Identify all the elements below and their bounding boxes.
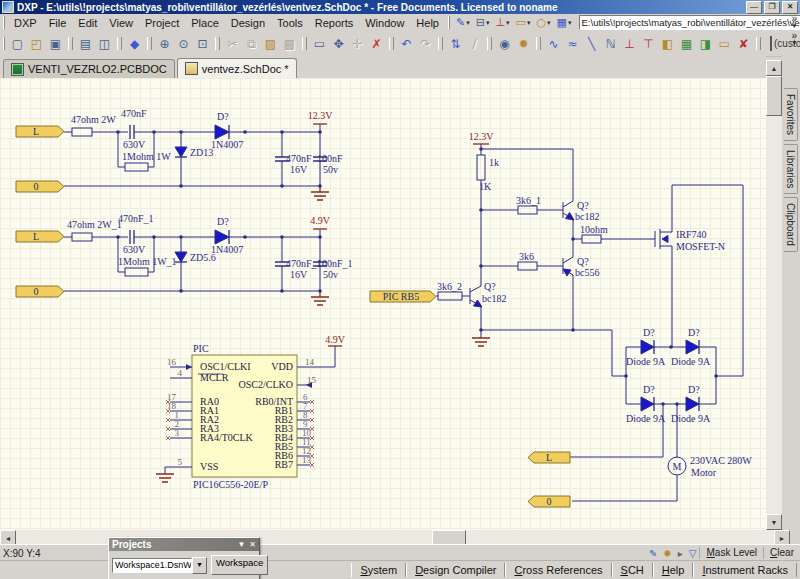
port-0-1[interactable] [16,181,64,192]
highlight-bulb-icon[interactable]: ✹ [660,548,674,559]
hierarchy-icon[interactable]: ⇅ [446,34,465,54]
resistor[interactable] [72,128,92,136]
menu-help[interactable]: Help [410,16,445,30]
move-icon[interactable]: ✥ [329,34,348,54]
menu-window[interactable]: Window [359,16,410,30]
minimize-button[interactable]: — [746,1,762,14]
mask-level-button[interactable]: Mask Level [699,547,763,559]
workspace-dropdown-icon[interactable]: ▼ [192,557,207,574]
bottom-button-sch[interactable]: SCH [612,563,653,577]
gnd-symbol[interactable] [472,338,490,346]
workspace-button[interactable]: Workspace [211,555,268,575]
resistor[interactable] [125,268,148,276]
resistor-3k6-1[interactable] [518,206,537,214]
schematic-canvas[interactable]: 47ohm 2W470nF630V1Mohm 1WZD13D?1N400712.… [0,78,766,530]
wiring-tools-dropdown[interactable]: ✎▾ [454,15,472,30]
filter-funnel-icon[interactable]: ▽ [686,548,700,559]
net-label-icon[interactable]: ℕ [601,34,620,54]
restore-button[interactable]: ❐ [764,1,780,14]
diode[interactable] [215,230,229,244]
bridge-diode[interactable] [686,340,699,354]
wire-icon[interactable]: ∿ [544,34,563,54]
annotate-pencil-icon[interactable]: ✎ [646,548,660,559]
zoom-area-icon[interactable]: ⊡ [193,34,212,54]
menu-reports[interactable]: Reports [309,16,360,30]
power-plane-tools-dropdown[interactable]: ⊟▾ [474,15,492,30]
select-area-icon[interactable]: ▭ [310,34,329,54]
menu-view[interactable]: View [103,16,139,30]
color-swatch[interactable] [770,36,772,51]
clear-button[interactable]: Clear [763,547,800,559]
panel-collapse-icon[interactable]: ▼ [237,540,245,549]
vcc-port-icon[interactable]: ⊤ [639,34,658,54]
no-erc-icon[interactable]: ✘ [734,34,753,54]
place-port-icon[interactable]: ▭ [715,34,734,54]
port-l-2[interactable] [16,231,64,242]
toolbar-grip[interactable] [756,37,761,50]
toolbar-grip[interactable] [215,37,220,50]
pin-tools-dropdown[interactable]: ▭▾ [514,15,533,30]
resistor[interactable] [72,233,92,241]
scroll-down-icon[interactable]: ▼ [766,514,782,530]
port-0-2[interactable] [16,286,64,297]
resistor-1k[interactable] [477,155,485,180]
bottom-button-design-compiler[interactable]: Design Compiler [406,563,505,577]
workspace-combo-value[interactable]: Workspace1.DsnWrk [112,558,192,573]
bottom-button-instrument-racks[interactable]: Instrument Racks [693,563,797,577]
toolbar-grip[interactable] [487,37,492,50]
side-tab-libraries[interactable]: Libraries [784,144,798,194]
bottom-button-cross-references[interactable]: Cross References [505,563,611,577]
driver-circuit[interactable] [436,144,743,376]
menu-place[interactable]: Place [185,16,225,30]
print-preview-icon[interactable]: ◫ [95,34,114,54]
resistor[interactable] [125,163,148,171]
vertical-scroll-thumb[interactable] [766,76,782,116]
toolbar-grip[interactable] [3,16,5,29]
close-button[interactable]: ✕ [782,1,798,14]
toolbar-grip[interactable] [448,16,450,29]
zoom-document-icon[interactable]: ⊙ [174,34,193,54]
new-document-icon[interactable]: ▢ [8,34,27,54]
toolbar-grip[interactable] [3,37,5,50]
toolbar-grip[interactable] [147,37,152,50]
scroll-up-icon[interactable]: ▲ [766,60,782,76]
save-icon[interactable]: ▣ [46,34,65,54]
line-icon[interactable]: ╲ [582,34,601,54]
resistor-3k6-2[interactable] [438,292,462,300]
bottom-button-help[interactable]: Help [653,563,694,577]
side-tab-clipboard[interactable]: Clipboard [784,197,798,252]
menu-tools[interactable]: Tools [271,16,309,30]
gnd-symbol[interactable] [311,291,329,305]
gnd-symbol[interactable] [311,186,329,200]
highlight-icon[interactable]: ✹ [514,34,533,54]
menu-design[interactable]: Design [225,16,271,30]
diode[interactable] [215,125,229,139]
toolbar-grip[interactable] [68,37,73,50]
gnd-port-icon[interactable]: ⊥ [620,34,639,54]
toolbar-grip[interactable] [302,37,307,50]
projects-panel[interactable]: Projects ▼ ✕ Workspace1.DsnWrk ▼ Workspa… [108,537,260,579]
clear-selection-icon[interactable]: ✗ [367,34,386,54]
zener-diode[interactable] [175,147,187,157]
bridge-diode[interactable] [641,340,654,354]
address-input[interactable]: E:\utils\!projects\matyas_robi\ventillát… [579,15,800,30]
bottom-button-system[interactable]: System [351,563,406,577]
gnd-symbol[interactable] [156,474,174,482]
port-l-1[interactable] [16,126,64,137]
menu-dxp[interactable]: DXP [8,16,43,30]
menubar-overflow-icon[interactable]: »▾ [791,15,797,29]
menu-file[interactable]: File [43,16,73,30]
bridge-diode[interactable] [641,397,654,411]
zoom-window-icon[interactable]: ⊕ [155,34,174,54]
tab-venti-vezrlo2-pcbdoc[interactable]: VENTI_VEZRLO2.PCBDOC [3,59,175,78]
resistor-10ohm[interactable] [582,235,601,243]
find-similar-icon[interactable]: ◉ [495,34,514,54]
panel-close-icon[interactable]: ✕ [249,540,256,549]
side-tab-favorites[interactable]: Favorites [784,88,798,141]
toolbar-overflow-icon[interactable]: »▾ [791,32,797,46]
undo-icon[interactable]: ↶ [397,34,416,54]
zener-diode[interactable] [175,252,187,262]
expand-icon[interactable]: ▸ [675,548,686,559]
vertical-scrollbar[interactable]: ▲ ▼ [766,60,782,530]
place-part-icon[interactable]: ◧ [658,34,677,54]
